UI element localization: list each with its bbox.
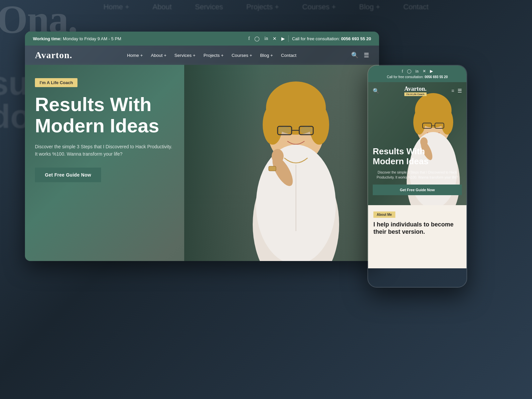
bg-nav-services: Services <box>195 3 223 11</box>
nav-services[interactable]: Services + <box>175 53 196 58</box>
desktop-nav-action-icons: 🔍 ☰ <box>351 52 369 59</box>
desktop-social-icons: f ◯ in ✕ ▶ <box>248 36 285 42</box>
hero-badge: I'm A Life Coach <box>35 78 77 87</box>
svg-point-21 <box>441 109 453 135</box>
youtube-icon[interactable]: ▶ <box>281 36 285 42</box>
svg-rect-15 <box>269 166 276 171</box>
nav-about[interactable]: About + <box>151 53 167 58</box>
mobile-nav-bar: 🔍 Avarton. I'm A Life Coach ≡ ☰ <box>368 82 466 99</box>
svg-point-14 <box>272 149 284 164</box>
working-time: Working time: Monday to Friday 9 AM - 5 … <box>33 36 121 41</box>
desktop-cta-button[interactable]: Get Free Guide Now <box>35 168 101 182</box>
mobile-about-title: I help individuals to become their best … <box>373 221 461 235</box>
facebook-icon[interactable]: f <box>248 36 250 41</box>
nav-contact[interactable]: Contact <box>281 53 297 58</box>
mobile-nav-icons: ≡ ☰ <box>452 88 462 94</box>
mobile-hero-content: Results With Modern Ideas Discover the s… <box>373 147 462 195</box>
nav-courses[interactable]: Courses + <box>231 53 252 58</box>
mobile-search-icon[interactable]: 🔍 <box>373 88 379 94</box>
svg-point-27 <box>420 137 428 147</box>
mob-youtube-icon[interactable]: ▶ <box>430 69 433 74</box>
desktop-mockup: Working time: Monday to Friday 9 AM - 5 … <box>25 32 379 261</box>
mobile-lines-icon[interactable]: ≡ <box>452 88 454 94</box>
desktop-logo[interactable]: Avarton. <box>35 50 72 61</box>
mob-title-line2: Modern Ideas <box>373 157 462 167</box>
nav-home[interactable]: Home + <box>127 53 143 58</box>
hero-title-line1: Results With <box>35 94 175 115</box>
svg-point-5 <box>309 105 329 145</box>
mob-title-line1: Results With <box>373 147 462 157</box>
mob-linkedin-icon[interactable]: in <box>415 69 418 74</box>
instagram-icon[interactable]: ◯ <box>254 36 260 42</box>
desktop-main-nav: Avarton. Home + About + Services + Proje… <box>25 46 379 65</box>
mobile-topbar: f ◯ in ✕ ▶ Call for free consultation: 0… <box>368 66 466 82</box>
desktop-hero: I'm A Life Coach Results With Modern Ide… <box>25 65 379 261</box>
bg-nav-blog: Blog + <box>359 3 380 11</box>
topbar-divider <box>288 35 289 42</box>
bg-nav-about: About <box>153 3 172 11</box>
mobile-hero-title: Results With Modern Ideas <box>373 147 462 167</box>
mobile-hero: 🔍 Avarton. I'm A Life Coach ≡ ☰ Results … <box>368 82 466 205</box>
linkedin-icon[interactable]: in <box>264 36 268 41</box>
desktop-nav-links: Home + About + Services + Projects + Cou… <box>127 53 296 58</box>
svg-point-10 <box>300 127 312 134</box>
phone-number: 0056 693 55 20 <box>341 36 371 41</box>
mobile-cta-button[interactable]: Get Free Guide Now <box>373 185 462 195</box>
working-time-value: Monday to Friday 9 AM - 5 PM <box>63 36 121 41</box>
menu-icon[interactable]: ☰ <box>364 52 369 59</box>
mobile-about-badge: About Me <box>373 211 395 218</box>
desktop-hero-content: I'm A Life Coach Results With Modern Ide… <box>35 78 175 182</box>
nav-projects[interactable]: Projects + <box>203 53 223 58</box>
desktop-hero-title: Results With Modern Ideas <box>35 94 175 136</box>
mobile-mockup: f ◯ in ✕ ▶ Call for free consultation: 0… <box>367 65 467 288</box>
hero-title-line2: Modern Ideas <box>35 115 175 136</box>
mobile-social-icons: f ◯ in ✕ ▶ <box>402 69 433 74</box>
mobile-logo-badge: I'm A Life Coach <box>404 92 427 96</box>
desktop-hero-subtitle: Discover the simple 3 Steps that I Disco… <box>35 143 175 158</box>
hero-person-svg <box>233 65 359 261</box>
mob-instagram-icon[interactable]: ◯ <box>407 69 411 74</box>
twitter-icon[interactable]: ✕ <box>273 36 277 42</box>
working-time-label: Working time: <box>33 36 62 41</box>
bg-nav: Home + About Services Projects + Courses… <box>0 3 532 11</box>
mobile-logo[interactable]: Avarton. <box>404 85 427 92</box>
hero-person-area <box>184 65 379 261</box>
nav-blog[interactable]: Blog + <box>260 53 273 58</box>
mobile-menu-icon[interactable]: ☰ <box>458 88 462 94</box>
mobile-hero-subtitle: Discover the simple 3 Steps that I Disco… <box>373 170 462 180</box>
desktop-topbar: Working time: Monday to Friday 9 AM - 5 … <box>25 32 379 46</box>
bg-nav-contact: Contact <box>403 3 429 11</box>
mob-facebook-icon[interactable]: f <box>402 69 403 74</box>
bg-nav-home: Home + <box>103 3 129 11</box>
consultation-text: Call for free consultation: 0056 693 55 … <box>292 36 371 41</box>
mob-phone-number: 0056 693 55 20 <box>425 75 448 79</box>
svg-point-4 <box>263 105 283 145</box>
mobile-consultation: Call for free consultation: 0056 693 55 … <box>387 75 448 79</box>
svg-point-9 <box>279 127 291 134</box>
svg-point-20 <box>413 109 425 135</box>
consultation-label: Call for free consultation: <box>292 36 340 41</box>
mob-twitter-icon[interactable]: ✕ <box>423 69 426 74</box>
bg-nav-courses: Courses + <box>302 3 336 11</box>
bg-nav-projects: Projects + <box>246 3 279 11</box>
mobile-about-section: About Me I help individuals to become th… <box>368 205 466 268</box>
mob-consultation-label: Call for free consultation: <box>387 75 424 79</box>
search-icon[interactable]: 🔍 <box>351 52 358 59</box>
